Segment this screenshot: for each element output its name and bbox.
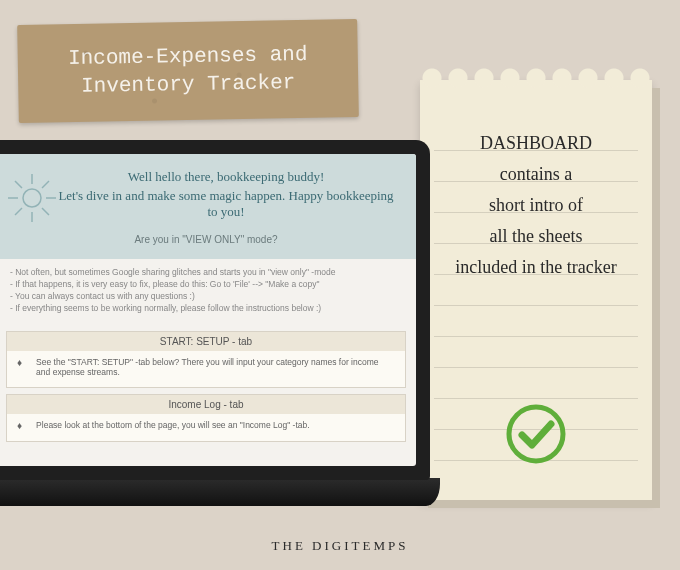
view-only-question: Are you in "VIEW ONLY" mode? bbox=[12, 234, 400, 245]
sun-icon bbox=[6, 172, 58, 224]
greeting-1: Well hello there, bookkeeping buddy! bbox=[52, 169, 400, 185]
section-body-text: Please look at the bottom of the page, y… bbox=[36, 420, 309, 430]
note-line: - Not often, but sometimes Google sharin… bbox=[10, 267, 402, 279]
note-line: - If everything seems to be working norm… bbox=[10, 303, 402, 315]
notepad-line: included in the tracker bbox=[438, 252, 634, 283]
notepad-line: DASHBOARD bbox=[438, 128, 634, 159]
note-line: - If that happens, it is very easy to fi… bbox=[10, 279, 402, 291]
section-setup: START: SETUP - tab ♦ See the "START: SET… bbox=[6, 331, 406, 388]
hero-banner: Well hello there, bookkeeping buddy! Let… bbox=[0, 154, 416, 259]
title-line-2: Inventory Tracker bbox=[81, 71, 296, 98]
laptop-base bbox=[0, 478, 440, 506]
notepad-line: all the sheets bbox=[438, 221, 634, 252]
laptop: Well hello there, bookkeeping buddy! Let… bbox=[0, 140, 430, 530]
note-line: - You can always contact us with any que… bbox=[10, 291, 402, 303]
svg-line-8 bbox=[42, 181, 49, 188]
greeting-2: Let's dive in and make some magic happen… bbox=[52, 188, 400, 220]
section-title: START: SETUP - tab bbox=[7, 332, 405, 351]
checkmark-icon bbox=[504, 402, 568, 466]
svg-line-7 bbox=[42, 208, 49, 215]
notepad: DASHBOARD contains a short intro of all … bbox=[420, 80, 652, 500]
bullet-icon: ♦ bbox=[17, 357, 22, 368]
section-body-text: See the "START: SETUP" -tab below? There… bbox=[36, 357, 395, 377]
section-title: Income Log - tab bbox=[7, 395, 405, 414]
notepad-line: contains a bbox=[438, 159, 634, 190]
laptop-bezel: Well hello there, bookkeeping buddy! Let… bbox=[0, 140, 430, 480]
title-card: Income-Expenses and Inventory Tracker bbox=[17, 19, 359, 123]
svg-line-9 bbox=[15, 208, 22, 215]
notepad-line: short intro of bbox=[438, 190, 634, 221]
laptop-screen: Well hello there, bookkeeping buddy! Let… bbox=[0, 154, 416, 466]
bullet-icon: ♦ bbox=[17, 420, 22, 431]
svg-point-1 bbox=[23, 189, 41, 207]
title-line-1: Income-Expenses and bbox=[68, 43, 308, 70]
section-income-log: Income Log - tab ♦ Please look at the bo… bbox=[6, 394, 406, 442]
notes-block: - Not often, but sometimes Google sharin… bbox=[0, 259, 416, 325]
notepad-text: DASHBOARD contains a short intro of all … bbox=[438, 128, 634, 283]
svg-line-6 bbox=[15, 181, 22, 188]
svg-point-0 bbox=[509, 407, 563, 461]
brand-footer: THE DIGITEMPS bbox=[0, 538, 680, 554]
